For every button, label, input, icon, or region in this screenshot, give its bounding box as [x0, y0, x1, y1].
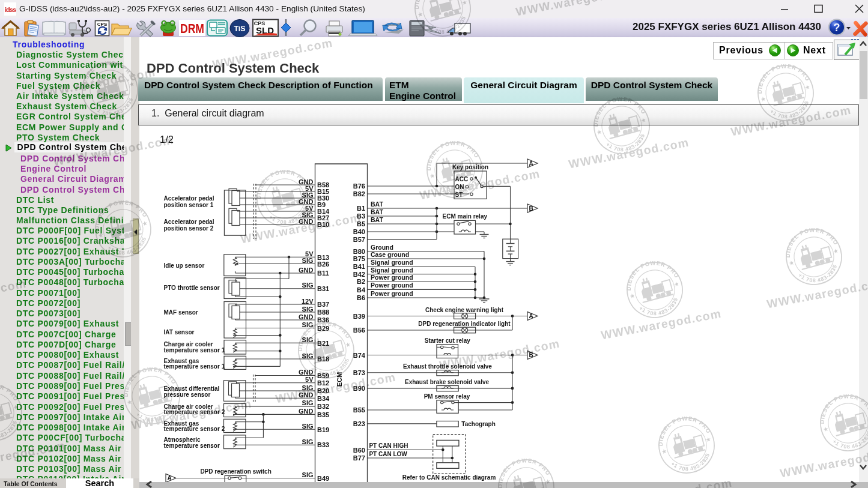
svg-text:WWW.waregod.com: WWW.waregod.com — [515, 0, 637, 18]
svg-text:WWW.waregod.com: WWW.waregod.com — [419, 167, 541, 202]
svg-text:WWW.waregod.com: WWW.waregod.com — [439, 337, 561, 372]
svg-text:WWW.waregod.com: WWW.waregod.com — [211, 36, 334, 71]
svg-text:WWW.waregod.com: WWW.waregod.com — [0, 439, 67, 474]
svg-text:WWW.waregod.com: WWW.waregod.com — [611, 476, 733, 488]
svg-text:WWW.waregod.com: WWW.waregod.com — [0, 277, 28, 312]
svg-text:WWW.waregod.com: WWW.waregod.com — [275, 370, 397, 406]
svg-text:WWW.waregod.com: WWW.waregod.com — [568, 136, 690, 171]
svg-text:WWW.waregod.com: WWW.waregod.com — [730, 103, 852, 139]
svg-text:WWW.waregod.com: WWW.waregod.com — [52, 133, 175, 169]
